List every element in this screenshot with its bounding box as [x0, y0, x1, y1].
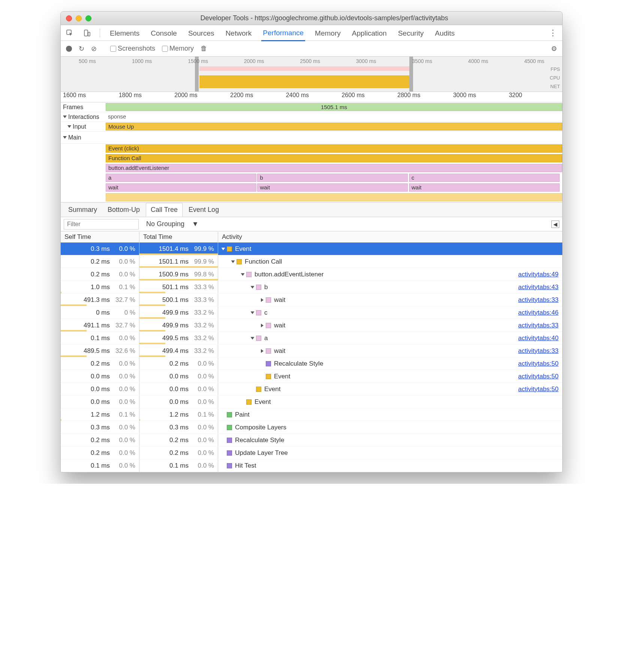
header-self-time[interactable]: Self Time	[61, 232, 139, 242]
table-row[interactable]: 491.3 ms32.7 %500.1 ms33.3 %waitactivity…	[61, 294, 562, 306]
activity-swatch	[227, 425, 232, 430]
table-row[interactable]: 0.2 ms0.0 %0.2 ms0.0 %Recalculate Stylea…	[61, 357, 562, 370]
chevron-down-icon[interactable]	[67, 125, 71, 128]
main-track[interactable]: Main	[61, 132, 562, 144]
close-icon[interactable]	[66, 15, 72, 21]
activity-name: c	[264, 309, 268, 316]
activity-swatch	[256, 387, 261, 392]
table-row[interactable]: 0.2 ms0.0 %0.2 ms0.0 %Update Layer Tree	[61, 447, 562, 459]
tab-audits[interactable]: Audits	[433, 26, 456, 40]
source-link[interactable]: activitytabs:33	[518, 322, 559, 329]
input-track[interactable]: Input Mouse Up	[61, 122, 562, 132]
table-row[interactable]: 0.1 ms0.0 %499.5 ms33.2 %aactivitytabs:4…	[61, 332, 562, 345]
tab-memory[interactable]: Memory	[313, 26, 342, 40]
device-icon[interactable]	[82, 28, 91, 38]
chevron-down-icon[interactable]	[251, 286, 255, 288]
tab-application[interactable]: Application	[350, 26, 388, 40]
chevron-down-icon[interactable]	[251, 337, 255, 339]
activity-name: b	[264, 284, 268, 291]
chevron-down-icon[interactable]	[231, 260, 235, 263]
tab-elements[interactable]: Elements	[108, 26, 141, 40]
inspect-icon[interactable]	[65, 28, 74, 38]
activity-name: wait	[274, 322, 285, 329]
heaviest-stack-icon[interactable]: ◀	[551, 220, 559, 228]
chevron-down-icon[interactable]	[241, 273, 245, 276]
activity-swatch	[227, 463, 232, 468]
table-row[interactable]: 0.3 ms0.0 %0.3 ms0.0 %Composite Layers	[61, 421, 562, 434]
chevron-down-icon[interactable]	[251, 311, 255, 314]
header-activity[interactable]: Activity	[218, 232, 562, 242]
minimize-icon[interactable]	[76, 15, 82, 21]
activity-swatch	[256, 285, 261, 290]
table-row[interactable]: 1.2 ms0.1 %1.2 ms0.1 %Paint	[61, 408, 562, 421]
tab-network[interactable]: Network	[224, 26, 253, 40]
flame-chart[interactable]: Event (click) Function Call button.addEv…	[61, 144, 562, 202]
clear-icon[interactable]: ⊘	[91, 45, 97, 53]
subtab-bottom-up[interactable]: Bottom-Up	[103, 203, 144, 216]
chevron-right-icon[interactable]	[261, 324, 264, 327]
table-row[interactable]: 1.0 ms0.1 %501.1 ms33.3 %bactivitytabs:4…	[61, 281, 562, 294]
trash-icon[interactable]: 🗑	[201, 45, 207, 52]
table-row[interactable]: 0.0 ms0.0 %0.0 ms0.0 %Eventactivitytabs:…	[61, 370, 562, 383]
grouping-select[interactable]: No Grouping ▼	[146, 220, 199, 228]
source-link[interactable]: activitytabs:49	[518, 271, 559, 278]
table-row[interactable]: 491.1 ms32.7 %499.9 ms33.2 %waitactivity…	[61, 319, 562, 332]
subtab-event-log[interactable]: Event Log	[184, 203, 223, 216]
separator	[100, 28, 100, 38]
interactions-track[interactable]: Interactions sponse	[61, 112, 562, 122]
source-link[interactable]: activitytabs:40	[518, 334, 559, 342]
source-link[interactable]: activitytabs:43	[518, 284, 559, 291]
tab-sources[interactable]: Sources	[187, 26, 216, 40]
activity-swatch	[246, 272, 252, 277]
svg-rect-2	[88, 32, 90, 36]
activity-swatch	[237, 259, 242, 264]
table-row[interactable]: 0.0 ms0.0 %0.0 ms0.0 %Eventactivitytabs:…	[61, 383, 562, 396]
table-row[interactable]: 0.3 ms0.0 %1501.4 ms99.9 %Event	[61, 243, 562, 255]
subtab-summary[interactable]: Summary	[64, 203, 102, 216]
chevron-right-icon[interactable]	[261, 349, 264, 353]
table-row[interactable]: 0.2 ms0.0 %1501.1 ms99.9 %Function Call	[61, 255, 562, 268]
activity-name: a	[264, 334, 268, 342]
tab-performance[interactable]: Performance	[261, 25, 305, 41]
window-title: Developer Tools - https://googlechrome.g…	[91, 14, 557, 22]
svg-rect-1	[84, 30, 88, 36]
table-row[interactable]: 489.5 ms32.6 %499.4 ms33.2 %waitactivity…	[61, 345, 562, 357]
activity-name: Update Layer Tree	[235, 449, 288, 457]
frames-track[interactable]: Frames 1505.1 ms	[61, 102, 562, 112]
source-link[interactable]: activitytabs:50	[518, 373, 559, 380]
gear-icon[interactable]: ⚙	[551, 45, 557, 53]
activity-swatch	[227, 412, 232, 417]
overview-handle-right[interactable]	[409, 57, 413, 92]
overview-pane[interactable]: 500 ms1000 ms1500 ms2000 ms2500 ms3000 m…	[61, 57, 562, 92]
overview-handle-left[interactable]	[195, 57, 199, 92]
record-icon[interactable]	[66, 46, 72, 52]
screenshots-checkbox[interactable]: Screenshots	[110, 45, 155, 52]
activity-swatch	[266, 297, 271, 303]
source-link[interactable]: activitytabs:46	[518, 309, 559, 316]
table-row[interactable]: 0 ms0 %499.9 ms33.2 %cactivitytabs:46	[61, 306, 562, 319]
source-link[interactable]: activitytabs:50	[518, 386, 559, 393]
tab-security[interactable]: Security	[397, 26, 425, 40]
tab-console[interactable]: Console	[149, 26, 178, 40]
more-icon[interactable]: ⋮	[549, 28, 558, 38]
subtab-call-tree[interactable]: Call Tree	[146, 203, 183, 217]
header-total-time[interactable]: Total Time	[139, 232, 218, 242]
chevron-down-icon[interactable]	[63, 136, 67, 139]
source-link[interactable]: activitytabs:33	[518, 347, 559, 355]
reload-icon[interactable]: ↻	[79, 45, 84, 53]
table-row[interactable]: 0.2 ms0.0 %0.2 ms0.0 %Recalculate Style	[61, 434, 562, 447]
table-row[interactable]: 0.0 ms0.0 %0.0 ms0.0 %Event	[61, 396, 562, 408]
zoom-icon[interactable]	[85, 15, 91, 21]
filter-input[interactable]	[64, 219, 139, 230]
table-row[interactable]: 0.1 ms0.0 %0.1 ms0.0 %Hit Test	[61, 459, 562, 472]
memory-checkbox[interactable]: Memory	[162, 45, 194, 52]
source-link[interactable]: activitytabs:50	[518, 360, 559, 368]
source-link[interactable]: activitytabs:33	[518, 296, 559, 304]
chevron-right-icon[interactable]	[261, 298, 264, 302]
activity-swatch	[266, 374, 271, 379]
chevron-down-icon[interactable]	[63, 116, 67, 118]
table-row[interactable]: 0.2 ms0.0 %1500.9 ms99.8 %button.addEven…	[61, 268, 562, 281]
chevron-down-icon[interactable]	[222, 248, 225, 250]
main-tabbar: ElementsConsoleSourcesNetworkPerformance…	[61, 25, 562, 41]
call-tree-grid: Self Time Total Time Activity 0.3 ms0.0 …	[61, 231, 562, 472]
